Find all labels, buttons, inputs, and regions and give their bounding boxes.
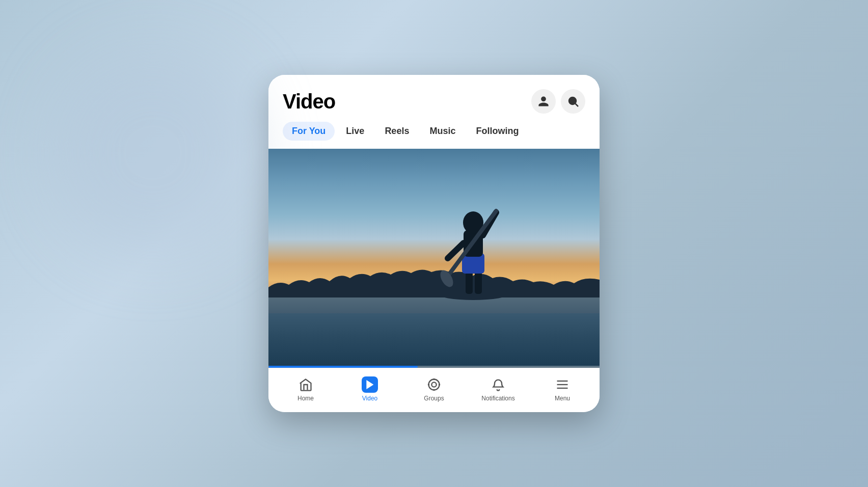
person-icon <box>537 95 550 107</box>
notifications-label: Notifications <box>481 395 514 402</box>
groups-label: Groups <box>424 395 444 402</box>
phone-card: Video For You Live Reels Music Following <box>268 75 600 412</box>
video-icon <box>362 376 378 393</box>
tab-for-you[interactable]: For You <box>283 122 335 141</box>
header-icons <box>531 89 585 114</box>
groups-icon <box>426 376 442 393</box>
search-button[interactable] <box>561 89 585 114</box>
bell-icon <box>490 376 506 393</box>
svg-point-18 <box>439 384 441 386</box>
nav-item-menu[interactable]: Menu <box>545 376 580 402</box>
nav-item-groups[interactable]: Groups <box>416 376 452 402</box>
video-area[interactable] <box>268 149 600 368</box>
nav-item-home[interactable]: Home <box>288 376 323 402</box>
svg-line-1 <box>576 104 579 107</box>
profile-button[interactable] <box>531 89 556 114</box>
tab-live[interactable]: Live <box>337 122 373 141</box>
svg-marker-12 <box>367 381 373 389</box>
svg-point-14 <box>431 382 436 387</box>
svg-point-17 <box>428 384 430 386</box>
home-icon <box>297 376 314 393</box>
tab-following[interactable]: Following <box>467 122 528 141</box>
bottom-nav: Home Video Groups <box>268 368 600 412</box>
video-progress-bar <box>268 366 418 368</box>
svg-point-0 <box>569 97 576 104</box>
nav-item-notifications[interactable]: Notifications <box>480 376 516 402</box>
video-scene <box>268 149 600 368</box>
tab-bar: For You Live Reels Music Following <box>268 122 600 149</box>
menu-label: Menu <box>555 395 570 402</box>
page-title: Video <box>283 90 335 113</box>
tab-music[interactable]: Music <box>420 122 465 141</box>
menu-icon <box>554 376 571 393</box>
home-label: Home <box>297 395 314 402</box>
header: Video <box>268 75 600 122</box>
search-icon <box>567 95 579 107</box>
svg-point-16 <box>433 389 435 391</box>
nav-item-video[interactable]: Video <box>352 376 388 402</box>
svg-point-13 <box>429 380 440 390</box>
person-silhouette <box>417 164 529 307</box>
video-progress-container[interactable] <box>268 366 600 368</box>
svg-point-15 <box>433 378 435 381</box>
video-label: Video <box>362 395 377 402</box>
tab-reels[interactable]: Reels <box>375 122 418 141</box>
svg-point-2 <box>438 288 509 300</box>
